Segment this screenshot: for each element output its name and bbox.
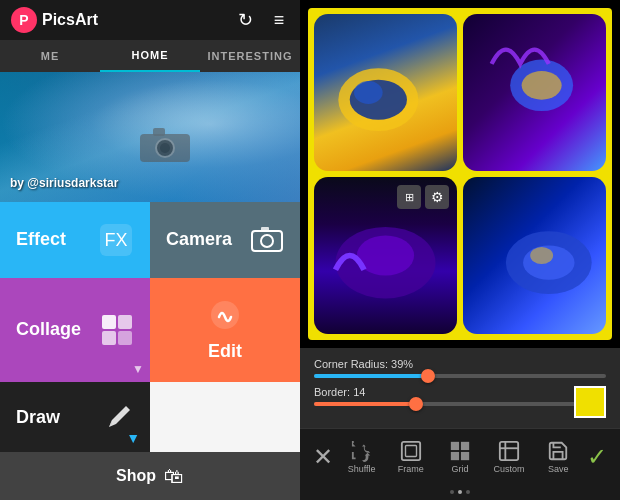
tab-me[interactable]: ME: [0, 40, 100, 72]
shuffle-button[interactable]: Shuffle: [342, 440, 382, 474]
tab-interesting[interactable]: INTERESTING: [200, 40, 300, 72]
collage-arrow: ▼: [132, 362, 144, 376]
draw-pencil-icon: [104, 402, 134, 432]
shuffle-label: Shuffle: [348, 464, 376, 474]
hero-attribution: by @siriusdarkstar: [10, 176, 118, 190]
menu-item-camera[interactable]: Camera: [150, 202, 300, 278]
svg-point-18: [354, 81, 383, 104]
svg-rect-30: [451, 451, 459, 459]
svg-point-9: [261, 235, 273, 247]
collage-content: Collage: [16, 319, 81, 340]
svg-rect-13: [102, 331, 116, 345]
color-swatch[interactable]: [574, 386, 606, 418]
camera-label: Camera: [166, 229, 232, 250]
svg-rect-10: [261, 227, 269, 232]
frame-button[interactable]: Frame: [391, 440, 431, 474]
svg-point-25: [530, 247, 553, 264]
grid-button[interactable]: Grid: [440, 440, 480, 474]
camera-content: Camera: [166, 229, 232, 250]
bottom-toolbar: ✕ Shuffle Frame Grid: [300, 428, 620, 484]
tab-home[interactable]: HOME: [100, 40, 200, 72]
corner-radius-label: Corner Radius: 39%: [314, 358, 606, 370]
edit-label: Edit: [208, 341, 242, 362]
refresh-icon[interactable]: ↻: [234, 9, 256, 31]
hero-image: by @siriusdarkstar: [0, 72, 300, 202]
draw-arrow: ▼: [126, 430, 140, 446]
svg-rect-5: [153, 128, 165, 136]
svg-rect-26: [402, 441, 420, 459]
menu-item-effect[interactable]: Effect FX: [0, 202, 150, 278]
border-fill: [314, 402, 416, 406]
grid-btn-small[interactable]: ⊞: [397, 185, 421, 209]
draw-label: Draw: [16, 407, 60, 428]
svg-rect-11: [102, 315, 116, 329]
menu-item-edit[interactable]: Edit: [150, 278, 300, 383]
save-icon: [547, 440, 569, 462]
shop-bag-icon: 🛍: [164, 465, 184, 488]
frame-label: Frame: [398, 464, 424, 474]
effect-label: Effect: [16, 229, 66, 250]
edit-icon: [205, 297, 245, 337]
gear-icon: ⚙: [431, 189, 444, 205]
border-label: Border: 14: [314, 386, 606, 398]
svg-rect-32: [500, 441, 518, 459]
svg-rect-27: [405, 445, 416, 456]
corner-radius-track[interactable]: [314, 374, 606, 378]
app-name: PicsArt: [42, 11, 98, 29]
collage-cell-4[interactable]: [463, 177, 606, 334]
menu-item-collage[interactable]: Collage ▼: [0, 278, 150, 383]
dot-3: [466, 490, 470, 494]
confirm-button[interactable]: ✓: [587, 443, 607, 471]
svg-point-20: [522, 71, 562, 100]
border-track[interactable]: [314, 402, 606, 406]
svg-text:P: P: [19, 12, 28, 28]
svg-point-22: [357, 235, 414, 275]
collage-icon: [100, 313, 134, 347]
controls-area: Corner Radius: 39% Border: 14: [300, 348, 620, 428]
svg-rect-14: [118, 331, 132, 345]
border-control: Border: 14: [314, 386, 606, 406]
frame-icon: [400, 440, 422, 462]
fish-svg-1: [314, 14, 457, 171]
picsart-logo-icon: P: [10, 6, 38, 34]
svg-rect-28: [451, 441, 459, 449]
custom-button[interactable]: Custom: [489, 440, 529, 474]
dot-2: [458, 490, 462, 494]
right-panel: ⚙ ⊞ Corner Radius: 39%: [300, 0, 620, 500]
settings-btn[interactable]: ⚙: [425, 185, 449, 209]
effect-icon: FX: [98, 222, 134, 258]
collage-cell-1[interactable]: [314, 14, 457, 171]
save-label: Save: [548, 464, 569, 474]
menu-icon[interactable]: ≡: [268, 9, 290, 31]
effect-content: Effect: [16, 229, 66, 250]
collage-grid: ⚙ ⊞: [308, 8, 612, 340]
svg-rect-12: [118, 315, 132, 329]
grid-label: Grid: [451, 464, 468, 474]
custom-icon: [498, 440, 520, 462]
nav-tabs: ME HOME INTERESTING: [0, 40, 300, 72]
collage-cell-2[interactable]: [463, 14, 606, 171]
corner-radius-fill: [314, 374, 428, 378]
svg-rect-31: [461, 451, 469, 459]
save-button[interactable]: Save: [538, 440, 578, 474]
shop-label: Shop: [116, 467, 156, 485]
dots-row: [300, 484, 620, 500]
collage-cell-3[interactable]: ⚙ ⊞: [314, 177, 457, 334]
camera-icon: [250, 223, 284, 257]
collage-canvas: ⚙ ⊞: [300, 0, 620, 348]
svg-rect-29: [461, 441, 469, 449]
corner-radius-thumb[interactable]: [421, 369, 435, 383]
border-thumb[interactable]: [409, 397, 423, 411]
menu-item-draw[interactable]: Draw ▼: [0, 382, 150, 452]
logo-area: P PicsArt: [10, 6, 226, 34]
svg-point-4: [160, 143, 170, 153]
collage-label: Collage: [16, 319, 81, 340]
top-bar-icons: ↻ ≡: [234, 9, 290, 31]
cancel-button[interactable]: ✕: [313, 443, 333, 471]
fish-svg-4: [463, 177, 606, 334]
shop-bar[interactable]: Shop 🛍: [0, 452, 300, 500]
fish-svg-2: [463, 14, 606, 171]
draw-content: Draw: [16, 407, 60, 428]
menu-grid: Effect FX Camera Collage: [0, 202, 300, 452]
svg-text:FX: FX: [104, 230, 127, 250]
